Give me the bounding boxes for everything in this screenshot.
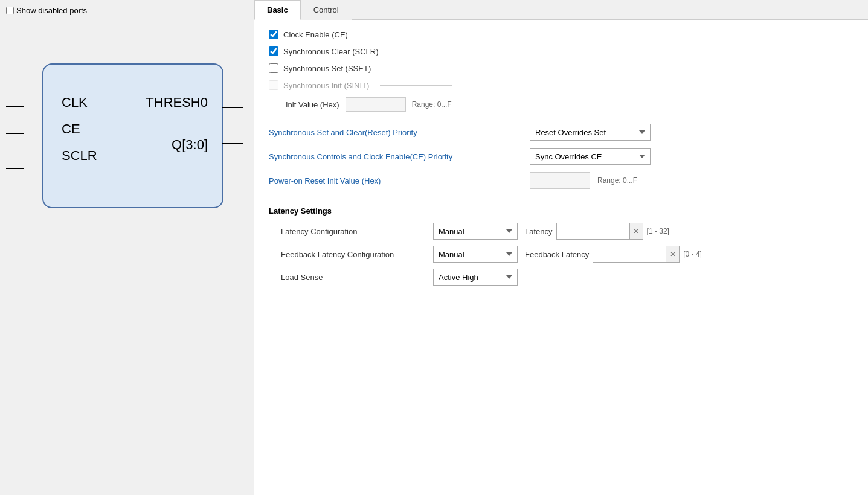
clock-enable-label: Clock Enable (CE) [283,30,348,39]
diagram-container: CLK CE SCLR THRESH0 Q[3:0] [24,63,223,208]
sync-init-label: Synchronous Init (SINIT) [283,81,369,90]
latency-input-wrapper: 1 ✕ [556,223,643,240]
show-disabled-ports-row[interactable]: Show disabled ports [6,6,87,15]
feedback-latency-input[interactable]: 0 [593,246,666,262]
init-value-input[interactable]: 0 [346,97,406,112]
feedback-latency-clear-button[interactable]: ✕ [666,246,679,262]
power-on-reset-range: Range: 0...F [597,176,637,185]
tab-basic[interactable]: Basic [254,0,301,20]
power-on-reset-input[interactable]: 0 [530,172,590,189]
port-ce: CE [62,121,97,137]
feedback-latency-config-select[interactable]: Manual Auto [433,246,518,263]
latency-config-row: Latency Configuration Manual Auto Latenc… [269,223,854,240]
sync-controls-ce-priority-label: Synchronous Controls and Clock Enable(CE… [269,152,522,161]
left-panel: Show disabled ports CLK CE SCLR THRESH0 [0,0,254,495]
latency-range: [1 - 32] [647,227,669,235]
sync-set-label: Synchronous Set (SSET) [283,64,371,73]
latency-label: Latency [525,227,553,236]
sync-clear-label: Synchronous Clear (SCLR) [283,47,379,56]
feedback-latency-config-label: Feedback Latency Configuration [281,250,426,259]
clock-enable-checkbox[interactable] [269,30,278,39]
show-disabled-ports-checkbox[interactable] [6,7,14,14]
tab-bar: Basic Control [254,0,868,20]
power-on-reset-label: Power-on Reset Init Value (Hex) [269,176,522,185]
component-box: CLK CE SCLR THRESH0 Q[3:0] [42,63,223,208]
latency-section: Latency Settings Latency Configuration M… [269,199,854,286]
power-on-reset-row: Power-on Reset Init Value (Hex) 0 Range:… [269,172,854,189]
init-value-label: Init Value (Hex) [286,100,339,109]
sync-clear-checkbox[interactable] [269,46,278,56]
sync-clear-row: Synchronous Clear (SCLR) [269,46,854,56]
feedback-latency-label: Feedback Latency [525,250,589,259]
port-thresh0: THRESH0 [146,95,208,110]
tab-content-basic: Clock Enable (CE) Synchronous Clear (SCL… [254,20,868,495]
port-q: Q[3:0] [172,137,208,153]
show-disabled-ports-label: Show disabled ports [16,6,87,15]
load-sense-select[interactable]: Active High Active Low [433,269,518,286]
latency-title: Latency Settings [269,206,854,216]
latency-number-group: Latency 1 ✕ [1 - 32] [525,223,669,240]
port-sclr: SCLR [62,148,97,164]
priority-section: Synchronous Set and Clear(Reset) Priorit… [269,124,854,189]
sync-set-clear-priority-select[interactable]: Reset Overrides Set Set Overrides Reset [530,124,651,141]
sync-set-clear-priority-label: Synchronous Set and Clear(Reset) Priorit… [269,128,522,137]
feedback-latency-number-group: Feedback Latency 0 ✕ [0 - 4] [525,246,702,263]
latency-clear-button[interactable]: ✕ [629,223,643,239]
init-value-range: Range: 0...F [412,100,452,109]
divider [380,85,452,86]
wire-q [222,143,243,144]
wire-clk [6,106,24,107]
latency-config-label: Latency Configuration [281,227,426,236]
feedback-latency-config-row: Feedback Latency Configuration Manual Au… [269,246,854,263]
init-value-row: Init Value (Hex) 0 Range: 0...F [286,97,854,112]
clock-enable-row: Clock Enable (CE) [269,30,854,39]
sync-init-row: Synchronous Init (SINIT) [269,80,854,90]
sync-init-checkbox[interactable] [269,80,278,90]
wire-ce [6,133,24,134]
wire-sclr [6,168,24,169]
sync-set-checkbox[interactable] [269,63,278,73]
sync-set-row: Synchronous Set (SSET) [269,63,854,73]
port-clk: CLK [62,95,97,110]
load-sense-label: Load Sense [281,273,426,282]
sync-controls-ce-priority-select[interactable]: Sync Overrides CE CE Overrides Sync [530,148,651,165]
sync-set-clear-priority-row: Synchronous Set and Clear(Reset) Priorit… [269,124,854,141]
sync-controls-ce-priority-row: Synchronous Controls and Clock Enable(CE… [269,148,854,165]
feedback-latency-input-wrapper: 0 ✕ [593,246,680,263]
tab-control[interactable]: Control [301,0,352,20]
right-panel: Basic Control Clock Enable (CE) Synchron… [254,0,868,495]
load-sense-row: Load Sense Active High Active Low [269,269,854,286]
wire-thresh0 [222,107,243,108]
latency-config-select[interactable]: Manual Auto [433,223,518,240]
feedback-latency-range: [0 - 4] [683,250,702,258]
latency-input[interactable]: 1 [557,223,629,239]
